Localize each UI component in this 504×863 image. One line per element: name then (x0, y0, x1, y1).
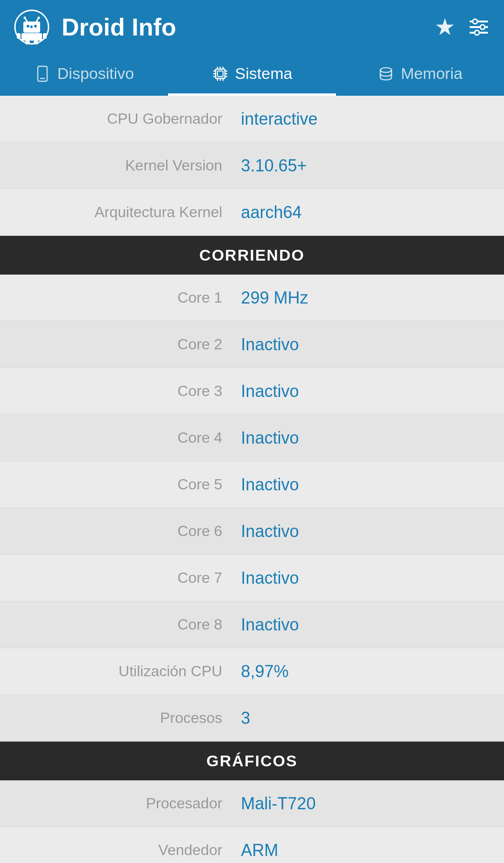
row-procesos: Procesos 3 (0, 695, 504, 742)
row-core-6: Core 6 Inactivo (0, 508, 504, 555)
label-utilizacion-cpu: Utilización CPU (19, 663, 236, 680)
value-core-8: Inactivo (236, 615, 485, 635)
row-core-2: Core 2 Inactivo (0, 321, 504, 368)
value-core-1: 299 MHz (236, 288, 485, 308)
value-core-2: Inactivo (236, 335, 485, 354)
value-cpu-gobernador: interactive (236, 109, 485, 129)
label-procesador: Procesador (19, 795, 236, 812)
svg-point-18 (480, 25, 485, 29)
row-core-7: Core 7 Inactivo (0, 555, 504, 601)
value-core-3: Inactivo (236, 382, 485, 401)
row-utilizacion-cpu: Utilización CPU 8,97% (0, 648, 504, 695)
tab-sistema-label: Sistema (235, 64, 293, 83)
app-title: Droid Info (62, 13, 414, 41)
svg-point-7 (38, 16, 40, 19)
section-corriendo: CORRIENDO (0, 236, 504, 275)
svg-point-19 (475, 30, 479, 35)
section-graficos: GRÁFICOS (0, 742, 504, 780)
label-cpu-gobernador: CPU Gobernador (19, 110, 236, 127)
tab-bar: Dispositivo Sistema Memoria (0, 54, 504, 96)
tab-dispositivo-label: Dispositivo (57, 64, 134, 83)
label-core-2: Core 2 (19, 336, 236, 353)
value-utilizacion-cpu: 8,97% (236, 662, 485, 681)
label-core-7: Core 7 (19, 569, 236, 587)
row-core-4: Core 4 Inactivo (0, 415, 504, 461)
svg-rect-23 (217, 71, 223, 77)
tab-sistema[interactable]: Sistema (168, 54, 336, 96)
svg-point-3 (34, 25, 37, 28)
row-kernel-version: Kernel Version 3.10.65+ (0, 142, 504, 189)
row-arquitectura-kernel: Arquitectura Kernel aarch64 (0, 189, 504, 236)
row-cpu-gobernador: CPU Gobernador interactive (0, 96, 504, 142)
favorite-icon[interactable]: ★ (434, 14, 455, 41)
value-core-6: Inactivo (236, 522, 485, 541)
app-header: Droid Info ★ (0, 0, 504, 54)
label-core-5: Core 5 (19, 476, 236, 493)
svg-point-17 (473, 19, 477, 24)
label-vendedor: Vendedor (19, 842, 236, 859)
row-vendedor: Vendedor ARM (0, 827, 504, 863)
label-core-3: Core 3 (19, 382, 236, 400)
svg-rect-8 (21, 33, 42, 41)
row-core-5: Core 5 Inactivo (0, 461, 504, 508)
svg-rect-12 (34, 41, 38, 44)
svg-point-36 (380, 68, 392, 72)
value-procesador: Mali-T720 (236, 794, 485, 813)
settings-sliders-icon[interactable] (467, 15, 491, 39)
value-kernel-version: 3.10.65+ (236, 156, 485, 176)
tab-memoria-label: Memoria (401, 64, 462, 83)
row-core-8: Core 8 Inactivo (0, 601, 504, 648)
value-vendedor: ARM (236, 841, 485, 860)
label-procesos: Procesos (19, 709, 236, 727)
label-core-6: Core 6 (19, 523, 236, 540)
tab-dispositivo[interactable]: Dispositivo (0, 54, 168, 96)
label-core-1: Core 1 (19, 289, 236, 306)
device-icon (34, 65, 51, 82)
svg-rect-10 (43, 33, 47, 39)
label-kernel-version: Kernel Version (19, 157, 236, 174)
label-core-8: Core 8 (19, 616, 236, 633)
row-procesador: Procesador Mali-T720 (0, 780, 504, 827)
app-logo (13, 8, 50, 46)
svg-point-6 (24, 16, 26, 19)
database-icon (378, 65, 394, 82)
svg-point-2 (27, 25, 29, 28)
value-core-4: Inactivo (236, 428, 485, 448)
chip-icon (212, 65, 229, 82)
value-procesos: 3 (236, 708, 485, 728)
tab-memoria[interactable]: Memoria (336, 54, 504, 96)
value-core-7: Inactivo (236, 568, 485, 588)
svg-rect-11 (25, 41, 30, 44)
value-core-5: Inactivo (236, 475, 485, 495)
svg-rect-9 (17, 33, 21, 39)
content-area: CPU Gobernador interactive Kernel Versio… (0, 96, 504, 863)
label-arquitectura-kernel: Arquitectura Kernel (19, 204, 236, 221)
row-core-3: Core 3 Inactivo (0, 368, 504, 415)
value-arquitectura-kernel: aarch64 (236, 203, 485, 222)
svg-point-13 (30, 25, 33, 28)
row-core-1: Core 1 299 MHz (0, 275, 504, 321)
label-core-4: Core 4 (19, 429, 236, 446)
